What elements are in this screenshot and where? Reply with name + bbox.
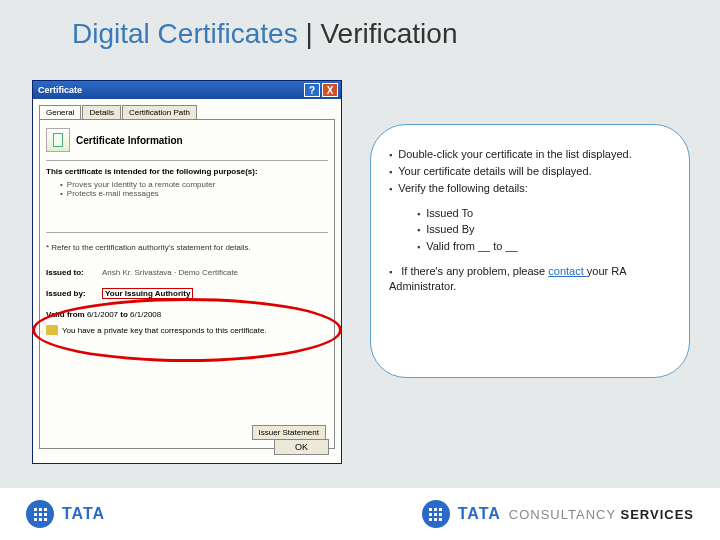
issued-to-label: Issued to: xyxy=(46,268,102,277)
ok-button[interactable]: OK xyxy=(274,439,329,455)
callout-item: Your certificate details will be display… xyxy=(389,164,671,179)
tata-logo-icon xyxy=(422,500,450,528)
issued-to-value: Ansh Kr. Srivastava · Demo Certificate xyxy=(102,268,328,277)
footer-right-logo: TATA CONSULTANCY SERVICES xyxy=(422,500,694,528)
purpose-item: Proves your identity to a remote compute… xyxy=(60,180,328,189)
callout-text: If there's any problem, please xyxy=(401,265,548,277)
slide-title: Digital Certificates | Verification xyxy=(72,18,457,50)
tata-wordmark: TATA xyxy=(62,505,105,523)
valid-from-label: Valid from xyxy=(46,310,85,319)
tab-cert-path[interactable]: Certification Path xyxy=(122,105,197,119)
certificate-dialog: Certificate ? X General Details Certific… xyxy=(32,80,342,464)
cert-info-heading: Certificate Information xyxy=(76,135,183,146)
issued-by-label: Issued by: xyxy=(46,289,102,298)
purpose-item: Protects e-mail messages xyxy=(60,189,328,198)
valid-to-value: 6/1/2008 xyxy=(130,310,161,319)
callout-subitem: Valid from __ to __ xyxy=(417,239,671,254)
refer-note: * Refer to the certification authority's… xyxy=(46,243,328,252)
footer-left-logo: TATA xyxy=(26,500,105,528)
window-title: Certificate xyxy=(36,85,304,95)
tab-details[interactable]: Details xyxy=(82,105,120,119)
callout-item: If there's any problem, please contact y… xyxy=(389,264,671,294)
tab-general[interactable]: General xyxy=(39,105,81,119)
purpose-heading: This certificate is intended for the fol… xyxy=(46,167,328,176)
certificate-icon xyxy=(46,128,70,152)
callout-item: Verify the following details: xyxy=(389,181,671,196)
tab-strip: General Details Certification Path xyxy=(39,105,335,119)
help-button[interactable]: ? xyxy=(304,83,320,97)
instruction-callout: Double-click your certificate in the lis… xyxy=(370,124,690,378)
close-button[interactable]: X xyxy=(322,83,338,97)
titlebar[interactable]: Certificate ? X xyxy=(33,81,341,99)
issuer-statement-button[interactable]: Issuer Statement xyxy=(252,425,326,440)
callout-item: Double-click your certificate in the lis… xyxy=(389,147,671,162)
valid-row: Valid from 6/1/2007 to 6/1/2008 xyxy=(46,310,328,319)
issued-to-row: Issued to: Ansh Kr. Srivastava · Demo Ce… xyxy=(46,266,328,279)
title-part2: Verification xyxy=(320,18,457,49)
valid-to-label: to xyxy=(120,310,128,319)
tata-wordmark: TATA xyxy=(458,505,501,523)
purpose-list: Proves your identity to a remote compute… xyxy=(60,180,328,198)
tcs-wordmark: CONSULTANCY SERVICES xyxy=(509,507,694,522)
issued-by-value: Your Issuing Authority xyxy=(102,288,193,299)
private-key-note: You have a private key that corresponds … xyxy=(62,326,267,335)
callout-subitem: Issued To xyxy=(417,206,671,221)
private-key-row: You have a private key that corresponds … xyxy=(46,325,328,335)
tab-panel-general: Certificate Information This certificate… xyxy=(39,119,335,449)
footer: TATA TATA CONSULTANCY SERVICES xyxy=(0,488,720,540)
title-sep: | xyxy=(298,18,321,49)
valid-from-value: 6/1/2007 xyxy=(87,310,118,319)
tata-logo-icon xyxy=(26,500,54,528)
contact-link[interactable]: contact xyxy=(548,265,587,277)
callout-subitem: Issued By xyxy=(417,222,671,237)
title-part1: Digital Certificates xyxy=(72,18,298,49)
issued-by-row: Issued by: Your Issuing Authority xyxy=(46,287,328,300)
key-icon xyxy=(46,325,58,335)
